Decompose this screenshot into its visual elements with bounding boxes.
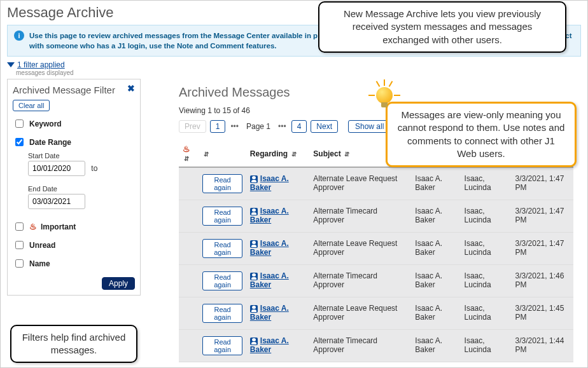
cell-from: Isaac A. Baker (411, 200, 460, 233)
cell-regarding: Isaac A. Baker (246, 330, 309, 362)
close-icon[interactable]: ✖ (127, 83, 135, 93)
messages-table: ♨⇵ ⇵ Regarding ⇵ Subject ⇵ From ⇵ On Thr… (179, 140, 573, 362)
date-range-checkbox[interactable] (15, 138, 24, 146)
unread-checkbox[interactable] (15, 241, 24, 249)
table-row: Read againIsaac A. BakerAlternate Leave … (179, 167, 573, 200)
callout-bottom: Filters help find archived messages. (10, 325, 137, 364)
cell-on-thread: Isaac, Lucinda (461, 200, 512, 233)
cell-date: 3/3/2021, 1:46 PM (512, 265, 573, 297)
cell-read: Read again (199, 297, 246, 330)
cell-read: Read again (199, 330, 246, 362)
read-again-button[interactable]: Read again (202, 336, 242, 355)
cell-on-thread: Isaac, Lucinda (461, 233, 512, 265)
page-1-button[interactable]: 1 (210, 120, 226, 133)
cell-important (179, 167, 199, 200)
cell-subject: Alternate Leave Request Approver (309, 233, 411, 265)
table-row: Read againIsaac A. BakerAlternate Leave … (179, 297, 573, 330)
name-label: Name (29, 259, 50, 268)
cell-from: Isaac A. Baker (411, 297, 460, 330)
page-indicator: Page 1 (244, 122, 273, 131)
person-icon (250, 337, 258, 345)
read-again-button[interactable]: Read again (202, 304, 242, 323)
table-row: Read againIsaac A. BakerAlternate Timeca… (179, 265, 573, 297)
person-icon (250, 240, 258, 248)
lightbulb-icon (376, 87, 393, 104)
cell-important (179, 265, 199, 297)
filter-heading: Archived Message Filter (13, 85, 135, 96)
sort-icon: ⇵ (344, 151, 349, 158)
person-icon (250, 175, 258, 183)
cell-on-thread: Isaac, Lucinda (461, 297, 512, 330)
filters-applied-link[interactable]: 1 filter applied (17, 60, 65, 69)
cell-important (179, 233, 199, 265)
cell-important (179, 200, 199, 233)
cell-date: 3/3/2021, 1:47 PM (512, 200, 573, 233)
info-icon: i (14, 31, 24, 41)
cell-date: 3/3/2021, 1:45 PM (512, 297, 573, 330)
filter-funnel-icon (7, 62, 15, 67)
callout-yellow: Messages are view-only meaning you canno… (386, 102, 577, 167)
cell-regarding: Isaac A. Baker (246, 200, 309, 233)
person-icon (250, 273, 258, 280)
cell-important (179, 297, 199, 330)
col-read[interactable]: ⇵ (199, 140, 246, 167)
cell-on-thread: Isaac, Lucinda (461, 330, 512, 362)
apply-button[interactable]: Apply (102, 277, 135, 290)
start-date-input[interactable] (28, 161, 85, 176)
cell-read: Read again (199, 200, 246, 233)
col-regarding-label: Regarding (250, 149, 288, 158)
show-all-button[interactable]: Show all (348, 120, 391, 133)
pager-dots-left: ••• (229, 122, 240, 131)
cell-date: 3/3/2021, 1:47 PM (512, 233, 573, 265)
to-label: to (91, 164, 97, 173)
cell-regarding: Isaac A. Baker (246, 167, 309, 200)
name-checkbox[interactable] (15, 259, 24, 268)
cell-read: Read again (199, 265, 246, 297)
cell-read: Read again (199, 167, 246, 200)
cell-subject: Alternate Timecard Approver (309, 265, 411, 297)
cell-from: Isaac A. Baker (411, 167, 460, 200)
important-fire-icon: ♨ (29, 222, 37, 231)
date-range-label: Date Range (29, 138, 71, 147)
col-subject-label: Subject (313, 149, 340, 158)
page-4-button[interactable]: 4 (291, 120, 307, 133)
cell-from: Isaac A. Baker (411, 330, 460, 362)
prev-button[interactable]: Prev (179, 120, 206, 133)
table-row: Read againIsaac A. BakerAlternate Leave … (179, 233, 573, 265)
keyword-label: Keyword (29, 119, 62, 128)
table-row: Read againIsaac A. BakerAlternate Timeca… (179, 200, 573, 233)
keyword-checkbox[interactable] (15, 119, 24, 128)
cell-subject: Alternate Leave Request Approver (309, 297, 411, 330)
sort-icon: ⇵ (291, 151, 297, 158)
cell-regarding: Isaac A. Baker (246, 265, 309, 297)
col-regarding[interactable]: Regarding ⇵ (246, 140, 309, 167)
cell-from: Isaac A. Baker (411, 233, 460, 265)
cell-read: Read again (199, 233, 246, 265)
start-date-label: Start Date (28, 152, 135, 160)
pager-dots-right: ••• (277, 122, 288, 131)
cell-subject: Alternate Leave Request Approver (309, 167, 411, 200)
important-label: Important (41, 222, 76, 231)
read-again-button[interactable]: Read again (202, 271, 242, 290)
cell-subject: Alternate Timecard Approver (309, 330, 411, 362)
end-date-label: End Date (28, 185, 135, 193)
sort-icon: ⇵ (204, 151, 209, 158)
filter-panel: ✖ Archived Message Filter Clear all Keyw… (7, 79, 141, 296)
end-date-input[interactable] (28, 194, 85, 209)
read-again-button[interactable]: Read again (202, 207, 242, 226)
fire-icon: ♨ (183, 144, 190, 154)
read-again-button[interactable]: Read again (202, 174, 242, 193)
cell-on-thread: Isaac, Lucinda (461, 167, 512, 200)
unread-label: Unread (29, 241, 55, 250)
messages-displayed-status: messages displayed (16, 69, 587, 76)
cell-subject: Alternate Timecard Approver (309, 200, 411, 233)
next-button[interactable]: Next (311, 120, 338, 133)
clear-all-button[interactable]: Clear all (13, 100, 50, 111)
person-icon (250, 208, 258, 215)
col-important[interactable]: ♨⇵ (179, 140, 199, 167)
read-again-button[interactable]: Read again (202, 239, 242, 258)
cell-regarding: Isaac A. Baker (246, 233, 309, 265)
important-checkbox[interactable] (15, 222, 24, 231)
cell-regarding: Isaac A. Baker (246, 297, 309, 330)
callout-yellow-text: Messages are view-only meaning you canno… (398, 109, 565, 159)
